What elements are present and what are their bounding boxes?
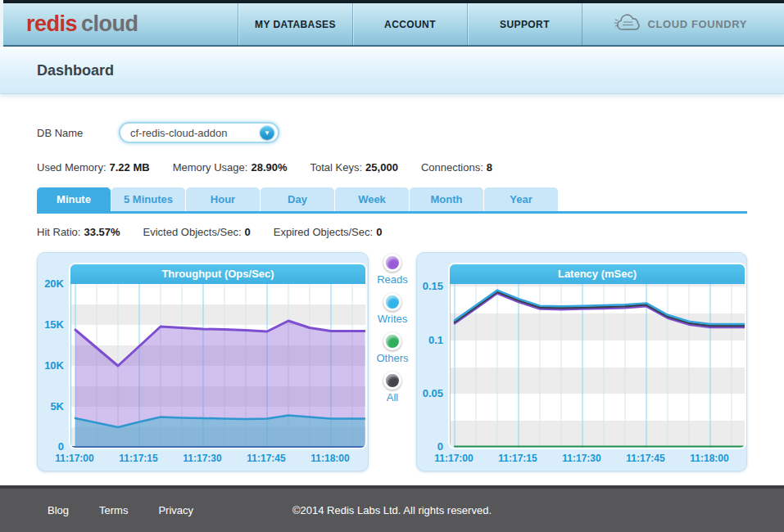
throughput-chart-panel: Throughput (Ops/Sec) 20K15K10K5K011:17:0…: [37, 252, 369, 471]
footer-link-terms[interactable]: Terms: [99, 504, 128, 516]
x-tick-label: 11:18:00: [683, 453, 736, 464]
y-tick-label: 0.15: [419, 280, 443, 292]
logo-redis-text: redis: [26, 11, 77, 37]
y-tick-label: 0.05: [419, 387, 443, 399]
latency-chart-box: Latency (mSec): [448, 263, 746, 449]
stat-hit-ratio: Hit Ratio:33.57%: [37, 226, 120, 238]
throughput-chart-box: Throughput (Ops/Sec): [69, 263, 367, 449]
legend-item-writes[interactable]: Writes: [378, 293, 408, 325]
reads-dot-icon[interactable]: [383, 254, 401, 272]
main-content: DB Name cf-redis-cloud-addon ▼ Used Memo…: [37, 94, 747, 471]
page-header-band: Dashboard: [0, 47, 784, 94]
charts-row: Throughput (Ops/Sec) 20K15K10K5K011:17:0…: [37, 252, 747, 471]
chevron-down-icon[interactable]: ▼: [260, 125, 274, 140]
cloud-icon: [613, 13, 642, 35]
tab-day[interactable]: Day: [261, 187, 334, 211]
y-tick-label: 20K: [39, 277, 64, 290]
x-tick-label: 11:17:45: [619, 453, 672, 464]
x-tick-label: 11:17:00: [428, 453, 480, 464]
tab-5-minutes[interactable]: 5 Minutes: [111, 187, 185, 211]
logo-cloud-text: cloud: [81, 11, 138, 37]
page-title: Dashboard: [0, 47, 784, 79]
tab-year[interactable]: Year: [484, 187, 558, 211]
time-range-tabs: Minute 5 Minutes Hour Day Week Month Yea…: [37, 187, 747, 214]
x-tick-label: 11:17:15: [492, 453, 544, 464]
db-name-dropdown[interactable]: cf-redis-cloud-addon ▼: [119, 122, 279, 143]
db-name-label: DB Name: [37, 127, 119, 139]
stat-used-memory: Used Memory:7.22 MB: [37, 161, 150, 174]
stat-evicted-objects: Evicted Objects/Sec:0: [143, 226, 251, 238]
legend-item-all[interactable]: All: [383, 372, 401, 404]
x-tick-label: 11:17:30: [176, 453, 229, 464]
tab-minute[interactable]: Minute: [37, 187, 111, 211]
stat-memory-usage: Memory Usage:28.90%: [173, 161, 288, 174]
footer: Blog Terms Privacy ©2014 Redis Labs Ltd.…: [0, 485, 784, 532]
nav-item-support[interactable]: SUPPORT: [467, 3, 582, 45]
x-tick-label: 11:17:15: [112, 453, 165, 464]
copyright-text: ©2014 Redis Labs Ltd. All rights reserve…: [292, 504, 492, 516]
all-dot-icon[interactable]: [383, 372, 401, 390]
stat-total-keys: Total Keys:25,000: [310, 161, 398, 174]
throughput-plot: [70, 284, 365, 448]
throughput-plot-svg: [71, 284, 366, 448]
db-name-value: cf-redis-cloud-addon: [130, 127, 228, 139]
x-tick-label: 11:17:45: [240, 453, 292, 464]
others-dot-icon[interactable]: [383, 332, 401, 350]
y-tick-label: 0.1: [419, 334, 443, 346]
footer-link-blog[interactable]: Blog: [48, 504, 69, 516]
chart-legend: Reads Writes Others All: [369, 252, 416, 471]
legend-item-others[interactable]: Others: [376, 332, 408, 364]
x-tick-label: 11:17:00: [48, 453, 101, 464]
tab-month[interactable]: Month: [410, 187, 483, 211]
stat-connections: Connections:8: [421, 161, 492, 174]
y-tick-label: 0: [419, 440, 443, 453]
latency-chart-panel: Latency (mSec) 0.150.10.05011:17:0011:17…: [416, 252, 747, 471]
top-navbar: redis cloud MY DATABASES ACCOUNT SUPPORT…: [3, 3, 784, 47]
legend-item-reads[interactable]: Reads: [377, 254, 408, 286]
nav-item-my-databases[interactable]: MY DATABASES: [238, 3, 352, 45]
redis-cloud-logo[interactable]: redis cloud: [26, 3, 138, 45]
latency-plot: [450, 284, 745, 448]
cloud-foundry-text: CLOUD FOUNDRY: [648, 18, 747, 30]
sub-stats-row: Hit Ratio:33.57% Evicted Objects/Sec:0 E…: [37, 226, 747, 238]
writes-dot-icon[interactable]: [383, 293, 401, 311]
nav-item-account[interactable]: ACCOUNT: [352, 3, 467, 45]
footer-links: Blog Terms Privacy: [0, 504, 193, 516]
y-tick-label: 15K: [39, 318, 64, 331]
y-tick-label: 10K: [39, 359, 64, 372]
tab-week[interactable]: Week: [335, 187, 409, 211]
latency-chart-title: Latency (mSec): [450, 264, 745, 284]
stats-row: Used Memory:7.22 MB Memory Usage:28.90% …: [37, 161, 747, 174]
x-tick-label: 11:18:00: [304, 453, 356, 464]
main-nav: MY DATABASES ACCOUNT SUPPORT: [238, 3, 582, 45]
y-tick-label: 0: [39, 440, 64, 453]
latency-plot-svg: [451, 284, 745, 448]
tab-hour[interactable]: Hour: [186, 187, 260, 211]
db-selector-row: DB Name cf-redis-cloud-addon ▼: [37, 122, 747, 143]
y-tick-label: 5K: [39, 400, 64, 413]
footer-link-privacy[interactable]: Privacy: [158, 504, 193, 516]
x-tick-label: 11:17:30: [555, 453, 608, 464]
stat-expired-objects: Expired Objects/Sec:0: [274, 226, 383, 238]
cloud-foundry-logo: CLOUD FOUNDRY: [613, 3, 747, 45]
throughput-chart-title: Throughput (Ops/Sec): [70, 264, 365, 284]
